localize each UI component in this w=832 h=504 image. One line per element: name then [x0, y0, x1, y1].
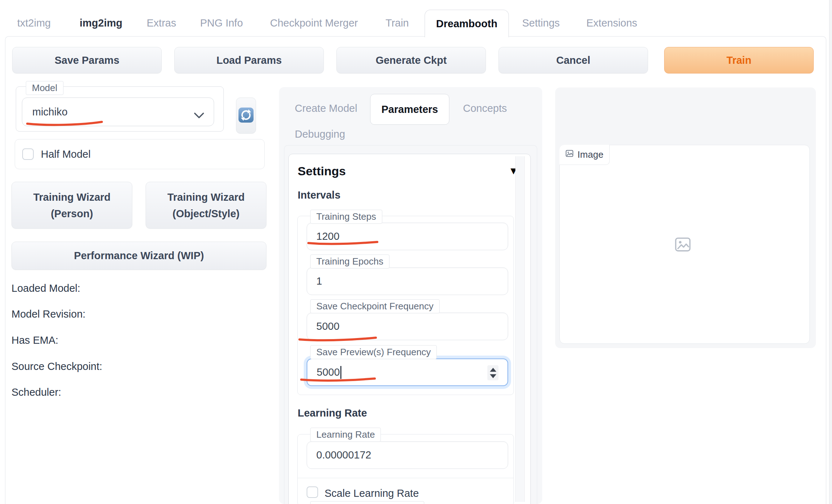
chevron-down-icon — [194, 109, 204, 121]
tab-txt2img[interactable]: txt2img — [17, 16, 51, 30]
dreambooth-app: txt2img img2img Extras PNG Info Checkpoi… — [0, 0, 832, 504]
stepper-down-icon[interactable] — [490, 374, 496, 378]
learning-rate-input[interactable]: 0.00000172 — [307, 441, 508, 469]
next-field-label-partial — [310, 501, 424, 504]
tab-dreambooth[interactable]: Dreambooth — [425, 10, 509, 37]
wizard-person-line1: Training Wizard — [33, 189, 111, 205]
save-params-button[interactable]: Save Params — [12, 47, 162, 73]
save-preview-freq-label: Save Preview(s) Frequency — [310, 345, 437, 359]
subtab-concepts[interactable]: Concepts — [463, 103, 507, 114]
training-wizard-person-button[interactable]: Training Wizard (Person) — [11, 182, 132, 229]
subtab-create-model[interactable]: Create Model — [295, 103, 357, 114]
subtab-debugging[interactable]: Debugging — [295, 128, 345, 140]
text-cursor — [340, 366, 341, 379]
tab-checkpoint-merger[interactable]: Checkpoint Merger — [270, 16, 358, 30]
training-epochs-value: 1 — [316, 275, 322, 287]
tab-png-info[interactable]: PNG Info — [200, 16, 243, 30]
wizard-object-line1: Training Wizard — [167, 189, 245, 205]
intervals-section-label: Intervals — [298, 189, 340, 201]
training-steps-label: Training Steps — [310, 210, 382, 224]
cancel-button[interactable]: Cancel — [498, 47, 648, 73]
settings-scrollbar[interactable] — [515, 156, 525, 502]
image-placeholder-icon — [674, 236, 692, 255]
learning-rate-value: 0.00000172 — [316, 449, 371, 461]
save-ckpt-freq-label: Save Checkpoint Frequency — [310, 299, 440, 313]
learning-rate-label: Learning Rate — [310, 428, 381, 442]
model-revision-label: Model Revision: — [11, 308, 85, 321]
save-ckpt-freq-value: 5000 — [316, 320, 340, 332]
load-params-button[interactable]: Load Params — [174, 47, 324, 73]
performance-wizard-button[interactable]: Performance Wizard (WIP) — [11, 242, 266, 270]
training-steps-value: 1200 — [316, 230, 340, 242]
refresh-model-button[interactable] — [236, 98, 256, 134]
training-steps-input[interactable]: 1200 — [307, 223, 508, 250]
refresh-icon — [238, 107, 254, 124]
model-dropdown-value: michiko — [32, 106, 67, 118]
tab-img2img[interactable]: img2img — [80, 16, 122, 30]
training-epochs-label: Training Epochs — [310, 255, 389, 268]
model-dropdown[interactable]: michiko — [22, 98, 214, 126]
subtab-parameters[interactable]: Parameters — [370, 94, 449, 125]
half-model-row: Half Model — [15, 139, 265, 169]
half-model-label: Half Model — [41, 148, 91, 160]
tab-train[interactable]: Train — [386, 16, 409, 30]
learning-rate-section-label: Learning Rate — [298, 407, 367, 419]
image-output-header: Image — [559, 145, 610, 165]
training-wizard-object-button[interactable]: Training Wizard (Object/Style) — [146, 182, 266, 229]
divider — [298, 478, 514, 478]
model-fieldset-label: Model — [26, 81, 63, 95]
train-button[interactable]: Train — [664, 47, 814, 73]
image-output-label: Image — [577, 149, 603, 160]
number-stepper[interactable] — [487, 365, 498, 380]
window-scrollbar[interactable] — [829, 0, 832, 504]
half-model-checkbox[interactable] — [22, 148, 34, 160]
scale-lr-checkbox[interactable] — [307, 486, 318, 498]
scale-lr-label: Scale Learning Rate — [325, 488, 419, 499]
source-checkpoint-label: Source Checkpoint: — [11, 361, 102, 374]
save-ckpt-freq-input[interactable]: 5000 — [307, 313, 508, 340]
tab-extensions[interactable]: Extensions — [586, 16, 637, 30]
loaded-model-label: Loaded Model: — [11, 282, 80, 295]
settings-accordion-title[interactable]: Settings — [298, 164, 346, 178]
image-icon — [565, 149, 574, 160]
training-epochs-input[interactable]: 1 — [307, 267, 508, 295]
tab-extras[interactable]: Extras — [147, 16, 176, 30]
generate-ckpt-button[interactable]: Generate Ckpt — [336, 47, 486, 73]
scheduler-label: Scheduler: — [11, 386, 61, 399]
has-ema-label: Has EMA: — [11, 334, 58, 347]
tab-settings[interactable]: Settings — [522, 16, 560, 30]
save-preview-freq-value: 5000 — [317, 366, 340, 378]
stepper-up-icon[interactable] — [490, 368, 496, 372]
wizard-object-line2: (Object/Style) — [172, 205, 240, 222]
wizard-person-line2: (Person) — [51, 205, 93, 222]
save-preview-freq-input[interactable]: 5000 — [307, 358, 508, 386]
